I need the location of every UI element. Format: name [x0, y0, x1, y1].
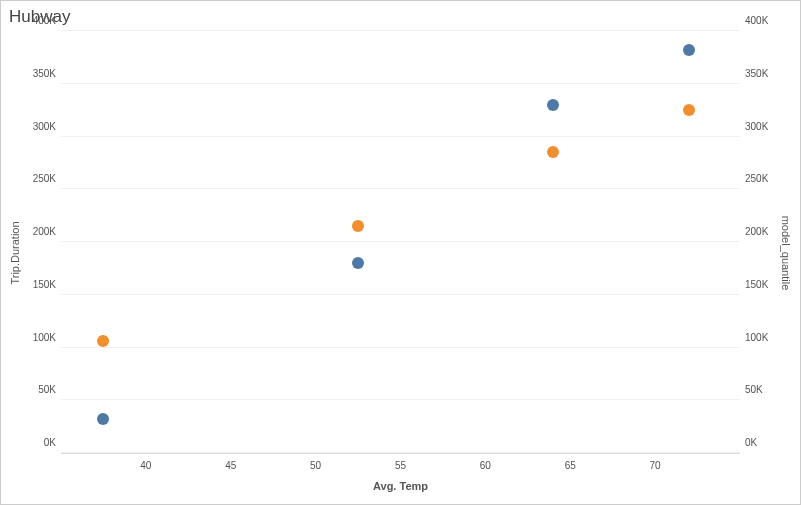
y-tick-right: 400K	[745, 15, 780, 26]
gridline	[61, 452, 740, 453]
x-tick: 45	[225, 460, 236, 471]
y-tick-right: 0K	[745, 437, 780, 448]
data-point	[683, 44, 695, 56]
gridline	[61, 347, 740, 348]
gridline	[61, 294, 740, 295]
gridline	[61, 399, 740, 400]
data-point	[352, 257, 364, 269]
data-point	[97, 413, 109, 425]
y-tick-left: 300K	[21, 120, 56, 131]
y-tick-left: 0K	[21, 437, 56, 448]
x-axis-label: Avg. Temp	[373, 480, 428, 492]
y-axis-right-label: model_quantile	[780, 215, 792, 290]
plot-area: 0K0K50K50K100K100K150K150K200K200K250K25…	[61, 31, 740, 454]
gridline	[61, 136, 740, 137]
y-tick-left: 100K	[21, 331, 56, 342]
y-tick-right: 150K	[745, 278, 780, 289]
x-tick: 50	[310, 460, 321, 471]
y-tick-left: 250K	[21, 173, 56, 184]
gridline	[61, 83, 740, 84]
y-tick-right: 50K	[745, 384, 780, 395]
y-axis-left-label: Trip.Duration	[9, 221, 21, 284]
y-tick-right: 200K	[745, 226, 780, 237]
y-tick-right: 300K	[745, 120, 780, 131]
chart-container: Hubway Trip.Duration model_quantile Avg.…	[0, 0, 801, 505]
gridline	[61, 30, 740, 31]
data-point	[547, 146, 559, 158]
x-tick: 40	[140, 460, 151, 471]
y-tick-right: 350K	[745, 67, 780, 78]
data-point	[547, 99, 559, 111]
x-tick: 55	[395, 460, 406, 471]
x-tick: 60	[480, 460, 491, 471]
y-tick-left: 50K	[21, 384, 56, 395]
y-tick-right: 100K	[745, 331, 780, 342]
gridline	[61, 241, 740, 242]
y-tick-left: 150K	[21, 278, 56, 289]
y-tick-left: 200K	[21, 226, 56, 237]
y-tick-left: 400K	[21, 15, 56, 26]
chart-title: Hubway	[1, 1, 800, 29]
gridline	[61, 188, 740, 189]
x-tick: 70	[650, 460, 661, 471]
data-point	[683, 104, 695, 116]
y-tick-right: 250K	[745, 173, 780, 184]
data-point	[97, 335, 109, 347]
data-point	[352, 220, 364, 232]
x-tick: 65	[565, 460, 576, 471]
y-tick-left: 350K	[21, 67, 56, 78]
